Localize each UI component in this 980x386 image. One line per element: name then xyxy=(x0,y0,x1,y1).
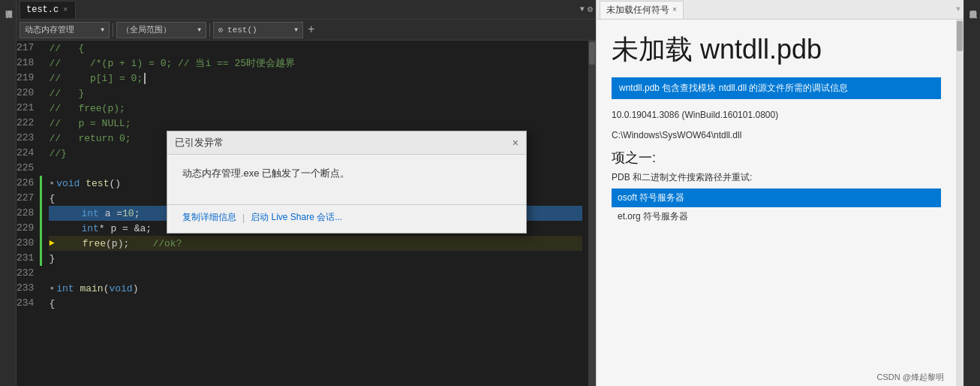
dropdown-global-label: （全局范围） xyxy=(122,24,171,35)
modal-title: 已引发异常 xyxy=(175,136,224,149)
editor-tab-bar: test.c × ▼ ⚙ xyxy=(17,0,596,20)
wntdll-title: 未加载 wntdll.pdb xyxy=(612,32,941,68)
expand-226: ▪ xyxy=(49,178,55,189)
right-tab-bar: 未加载任何符号 × ▼ xyxy=(597,0,963,20)
exception-dialog[interactable]: 已引发异常 × 动态内存管理.exe 已触发了一个断点。 复制详细信息 | 启动… xyxy=(167,131,527,234)
toolbar-add-button[interactable]: + xyxy=(308,23,315,37)
wntdll-option-label: PDB 和二进制文件搜索路径并重试: xyxy=(612,171,941,184)
wntdll-panel: 未加载任何符号 × ▼ 未加载 wntdll.pdb wntdll.pdb 包含… xyxy=(596,0,963,386)
code-line-233: ▪ int main ( void ) xyxy=(49,281,582,296)
tab-bar-right: ▼ ⚙ xyxy=(580,4,593,15)
wntdll-version: 10.0.19041.3086 (WinBuild.160101.0800) xyxy=(612,108,941,122)
dropdown-func-label: test() xyxy=(227,26,257,35)
editor-toolbar: 动态内存管理 ▼ （全局范围） ▼ ⊙ test() ▼ + xyxy=(17,20,596,41)
wntdll-list-item-1[interactable]: et.org 符号服务器 xyxy=(612,207,941,226)
dropdown-scope-label: 动态内存管理 xyxy=(25,24,74,35)
wntdll-highlight-box: wntdll.pdb 包含查找模块 ntdll.dll 的源文件所需的调试信息 xyxy=(612,77,941,99)
line-numbers: 217 218 219 220 221 222 223 224 225 226 … xyxy=(17,41,40,386)
right-panel-content: 未加载 wntdll.pdb wntdll.pdb 包含查找模块 ntdll.d… xyxy=(597,20,956,386)
tab-gear-icon[interactable]: ⚙ xyxy=(588,4,593,15)
right-scrollbar-thumb xyxy=(957,21,963,51)
dropdown-scope[interactable]: 动态内存管理 ▼ xyxy=(20,22,110,38)
code-line-234: { xyxy=(49,296,582,311)
code-line-218: // /*(p + i) = 0; // 当i == 25时便会越界 xyxy=(49,56,582,71)
editor-scrollbar-thumb xyxy=(589,42,595,65)
live-share-link[interactable]: 启动 Live Share 会话... xyxy=(251,211,342,224)
right-scrollbar[interactable] xyxy=(956,20,963,386)
code-line-231: } xyxy=(49,251,582,266)
editor-area: test.c × ▼ ⚙ 动态内存管理 ▼ （全局范围） ▼ ⊙ test() xyxy=(17,0,596,386)
func-icon: ⊙ xyxy=(218,26,223,35)
editor-scrollbar[interactable] xyxy=(588,41,596,386)
modal-header: 已引发异常 × xyxy=(167,131,526,155)
right-tab-arrow-icon[interactable]: ▼ xyxy=(956,5,960,14)
code-line-230: ► free (p); //ok? xyxy=(49,236,582,251)
toolbar-separator-1 xyxy=(113,23,113,37)
dropdown-func-arrow: ▼ xyxy=(294,26,298,33)
copy-details-link[interactable]: 复制详细信息 xyxy=(182,211,236,224)
right-panel-inner: 未加载 wntdll.pdb wntdll.pdb 包含查找模块 ntdll.d… xyxy=(597,20,963,386)
modal-message: 动态内存管理.exe 已触发了一个断点。 xyxy=(182,167,511,180)
toolbar-separator-2 xyxy=(209,23,210,37)
editor-tab-testc[interactable]: test.c × xyxy=(20,1,76,19)
dropdown-global-arrow: ▼ xyxy=(197,26,201,33)
main-area: test.c × ▼ ⚙ 动态内存管理 ▼ （全局范围） ▼ ⊙ test() xyxy=(17,0,596,386)
right-tab-label: 未加载任何符号 xyxy=(606,4,669,17)
cursor-219 xyxy=(144,73,152,84)
tab-filename: test.c xyxy=(26,5,59,15)
code-line-221: // free(p); xyxy=(49,101,582,116)
code-line-220: // } xyxy=(49,86,582,101)
tab-arrow-icon[interactable]: ▼ xyxy=(580,5,585,14)
right-sidebar: 调用堆栈断点异常设置 xyxy=(963,0,980,386)
dropdown-global[interactable]: （全局范围） ▼ xyxy=(116,22,206,38)
modal-body: 动态内存管理.exe 已触发了一个断点。 xyxy=(167,155,526,204)
code-area: 217 218 219 220 221 222 223 224 225 226 … xyxy=(17,41,596,386)
right-tab-close-icon[interactable]: × xyxy=(672,6,677,14)
modal-close-button[interactable]: × xyxy=(513,137,519,149)
wntdll-list-item-0[interactable]: osoft 符号服务器 xyxy=(612,188,941,207)
code-line-219: // p[i] = 0; xyxy=(49,71,582,86)
wntdll-path: C:\Windows\SysWOW64\ntdll.dll xyxy=(612,128,941,143)
modal-separator: | xyxy=(242,213,245,223)
dropdown-func[interactable]: ⊙ test() ▼ xyxy=(213,22,303,38)
expand-233: ▪ xyxy=(49,283,55,294)
right-tab-bar-right: ▼ xyxy=(956,5,960,14)
right-tab-symbol[interactable]: 未加载任何符号 × xyxy=(600,1,684,19)
modal-footer: 复制详细信息 | 启动 Live Share 会话... xyxy=(167,204,526,233)
dropdown-scope-arrow: ▼ xyxy=(101,26,104,33)
watermark: CSDN @烽起黎明 xyxy=(877,372,944,383)
wntdll-section-title: 项之一: xyxy=(612,149,941,167)
tab-close-icon[interactable]: × xyxy=(62,5,69,15)
code-line-222: // p = NULL; xyxy=(49,116,582,131)
left-sidebar: 源资管理器 xyxy=(0,0,17,386)
code-line-217: // { xyxy=(49,41,582,56)
code-line-232 xyxy=(49,266,582,281)
indent-228 xyxy=(49,208,78,219)
yellow-arrow-icon: ► xyxy=(49,238,54,249)
